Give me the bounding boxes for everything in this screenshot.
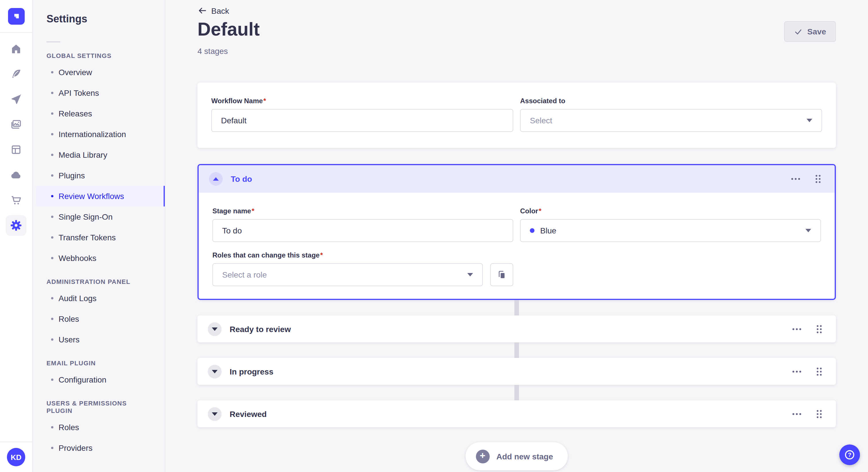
bullet-icon (51, 174, 53, 177)
help-button[interactable]: ? (839, 444, 860, 465)
stage-todo-header[interactable]: To do (198, 165, 835, 193)
sidebar-item-review-workflows[interactable]: Review Workflows (36, 186, 165, 206)
bullet-icon (51, 112, 53, 115)
cart-icon (10, 194, 22, 206)
strapi-logo-icon (11, 11, 21, 21)
expand-stage-button[interactable] (208, 407, 222, 421)
stage-todo-controls (790, 173, 825, 185)
stage-row-reviewed[interactable]: Reviewed (197, 400, 836, 427)
workflow-name-field: Workflow Name (211, 97, 513, 132)
triangle-up-icon (213, 177, 219, 181)
check-icon (794, 27, 803, 36)
associated-to-placeholder: Select (530, 116, 552, 125)
sidebar-item-label: Roles (59, 423, 79, 432)
back-arrow-icon (197, 6, 207, 15)
rail-item-deploy[interactable] (6, 165, 26, 185)
stage-roles-placeholder: Select a role (222, 270, 267, 279)
triangle-down-icon (212, 370, 218, 373)
add-stage-wrap: + Add new stage (197, 442, 836, 470)
color-dot-icon (530, 228, 534, 233)
layout-icon (10, 143, 22, 156)
rail-item-media[interactable] (6, 114, 26, 135)
sidebar-item-label: Roles (59, 314, 79, 324)
sidebar-item-up-roles[interactable]: Roles (33, 417, 165, 438)
sidebar-item-email-configuration[interactable]: Configuration (33, 369, 165, 390)
stage-more-button[interactable] (791, 327, 803, 331)
sidebar-item-label: Audit Logs (59, 294, 96, 303)
sidebar-item-single-sign-on[interactable]: Single Sign-On (33, 206, 165, 227)
stage-color-label: Color (520, 207, 821, 216)
app: KD Settings GLOBAL SETTINGSOverviewAPI T… (0, 0, 868, 472)
sidebar-item-label: Configuration (59, 375, 106, 384)
stage-drag-handle[interactable] (814, 173, 822, 185)
stage-color-select[interactable]: Blue (520, 219, 821, 242)
stage-name-label: Stage name (212, 207, 513, 216)
associated-to-select[interactable]: Select (520, 109, 822, 132)
collapse-stage-button[interactable] (209, 172, 223, 186)
more-dots-icon (792, 328, 801, 330)
sidebar-item-webhooks[interactable]: Webhooks (33, 248, 165, 268)
drag-dots-icon (816, 324, 822, 334)
sidebar-item-label: Review Workflows (59, 192, 124, 201)
triangle-down-icon (212, 412, 218, 415)
sidebar-item-releases[interactable]: Releases (33, 103, 165, 124)
sidebar-item-admin-roles[interactable]: Roles (33, 308, 165, 329)
add-new-stage-button[interactable]: + Add new stage (465, 442, 568, 470)
rail-item-content[interactable] (6, 64, 26, 84)
workflow-form-card: Workflow Name Associated to Select (197, 82, 836, 148)
stage-row-in-progress[interactable]: In progress (197, 358, 836, 385)
bullet-icon (51, 297, 53, 299)
workflow-name-input[interactable] (211, 109, 513, 132)
title-row: Default Save (197, 19, 836, 42)
back-link[interactable]: Back (197, 6, 229, 15)
sidebar-item-media-library[interactable]: Media Library (33, 144, 165, 165)
save-button[interactable]: Save (784, 21, 836, 42)
bullet-icon (51, 195, 53, 197)
rail-item-home[interactable] (6, 38, 26, 59)
stage-more-button[interactable] (790, 177, 801, 181)
sidebar-item-internationalization[interactable]: Internationalization (33, 124, 165, 144)
rail-item-settings[interactable] (6, 215, 26, 236)
stage-count: 4 stages (197, 46, 836, 56)
stage-card-todo: To do Sta (197, 164, 836, 300)
expand-stage-button[interactable] (208, 365, 222, 378)
stage-drag-handle[interactable] (815, 323, 823, 335)
sidebar-item-api-tokens[interactable]: API Tokens (33, 82, 165, 103)
gear-icon (9, 218, 23, 232)
stage-row-ready-to-review[interactable]: Ready to review (197, 315, 836, 342)
sidebar-item-transfer-tokens[interactable]: Transfer Tokens (33, 227, 165, 248)
drag-dots-icon (815, 174, 821, 183)
plus-circle-icon: + (476, 449, 489, 463)
sidebar-item-users[interactable]: Users (33, 329, 165, 350)
stage-name-input[interactable] (212, 219, 513, 242)
stage-more-button[interactable] (791, 411, 803, 416)
settings-nav-sections: GLOBAL SETTINGSOverviewAPI TokensRelease… (33, 52, 165, 458)
sidebar-item-label: Providers (59, 443, 92, 452)
stage-drag-handle[interactable] (815, 366, 823, 377)
sidebar-item-plugins[interactable]: Plugins (33, 165, 165, 186)
sidebar-item-providers[interactable]: Providers (33, 438, 165, 458)
bullet-icon (51, 216, 53, 218)
associated-to-field: Associated to Select (520, 97, 822, 132)
sidebar-title: Settings (46, 13, 165, 25)
svg-text:?: ? (848, 452, 851, 458)
stage-drag-handle[interactable] (815, 408, 823, 419)
stage-connector (515, 385, 519, 400)
avatar[interactable]: KD (7, 448, 25, 466)
nav-section-heading: USERS & PERMISSIONS PLUGIN (46, 400, 151, 415)
expand-stage-button[interactable] (208, 322, 222, 336)
stage-roles-field: Roles that can change this stage Select … (212, 251, 513, 286)
bullet-icon (51, 257, 53, 259)
stage-roles-select[interactable]: Select a role (212, 263, 483, 286)
bullet-icon (51, 154, 53, 156)
sidebar-item-audit-logs[interactable]: Audit Logs (33, 288, 165, 308)
sidebar-item-overview[interactable]: Overview (33, 62, 165, 82)
stage-more-button[interactable] (791, 369, 803, 374)
rail-item-marketplace[interactable] (6, 190, 26, 210)
rail-item-releases[interactable] (6, 89, 26, 109)
sidebar-item-label: API Tokens (59, 88, 99, 98)
bullet-icon (51, 133, 53, 135)
rail-item-content-type-builder[interactable] (6, 139, 26, 160)
strapi-logo[interactable] (8, 8, 24, 24)
duplicate-roles-button[interactable] (490, 263, 513, 286)
